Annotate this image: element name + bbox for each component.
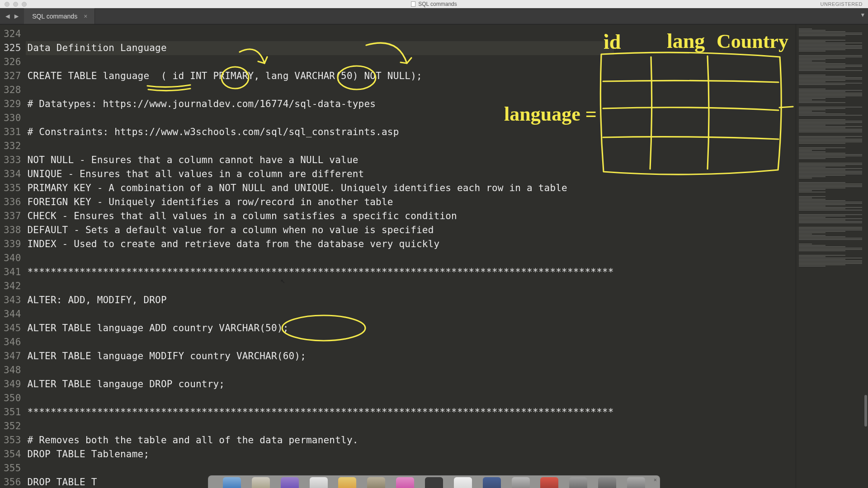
line-number: 339 xyxy=(4,237,21,251)
traffic-lights xyxy=(0,2,27,7)
code-line[interactable]: # Constraints: https://www.w3schools.com… xyxy=(28,125,614,139)
code-line[interactable]: ALTER: ADD, MODIFY, DROP xyxy=(28,293,614,307)
code-line[interactable]: ****************************************… xyxy=(28,405,614,419)
line-number: 345 xyxy=(4,321,21,335)
window-title: SQL commands xyxy=(411,1,457,7)
code-line[interactable] xyxy=(28,279,614,293)
line-number: 349 xyxy=(4,377,21,391)
code-line[interactable] xyxy=(28,55,614,69)
document-icon xyxy=(411,1,415,7)
dock-app-6[interactable] xyxy=(367,477,385,488)
line-number: 350 xyxy=(4,391,21,405)
code-line[interactable]: DEFAULT - Sets a default value for a col… xyxy=(28,223,614,237)
dock-close-icon[interactable]: × xyxy=(654,477,657,483)
nav-forward-icon[interactable]: ▶ xyxy=(13,11,21,21)
line-number: 333 xyxy=(4,153,21,167)
window-titlebar: SQL commands UNREGISTERED xyxy=(0,0,868,8)
code-line[interactable]: INDEX - Used to create and retrieve data… xyxy=(28,237,614,251)
close-tab-icon[interactable]: × xyxy=(84,13,87,20)
line-number: 340 xyxy=(4,251,21,265)
minimap[interactable] xyxy=(796,24,868,488)
dock-app-10[interactable] xyxy=(483,477,501,488)
line-number: 338 xyxy=(4,223,21,237)
code-line[interactable] xyxy=(28,419,614,433)
code-line[interactable]: UNIQUE - Ensures that all values in a co… xyxy=(28,167,614,181)
code-line[interactable] xyxy=(28,461,614,475)
line-number: 325 xyxy=(4,41,21,55)
code-line[interactable]: PRIMARY KEY - A combination of a NOT NUL… xyxy=(28,181,614,195)
code-line[interactable] xyxy=(28,111,614,125)
code-line[interactable] xyxy=(28,139,614,153)
tab-overflow-icon[interactable]: ▼ xyxy=(861,12,864,18)
code-area[interactable]: Data Definition LanguageCREATE TABLE lan… xyxy=(26,24,614,488)
editor: 3243253263273283293303313323333343353363… xyxy=(0,24,868,488)
line-number: 355 xyxy=(4,461,21,475)
code-line[interactable]: # Datatypes: https://www.journaldev.com/… xyxy=(28,97,614,111)
code-line[interactable]: CHECK - Ensures that all values in a col… xyxy=(28,209,614,223)
line-number: 341 xyxy=(4,265,21,279)
line-gutter: 3243253263273283293303313323333343353363… xyxy=(0,24,26,488)
dock-app-1[interactable] xyxy=(223,477,241,488)
line-number: 353 xyxy=(4,433,21,447)
dock[interactable]: × xyxy=(208,475,660,488)
minimize-window-icon[interactable] xyxy=(13,2,18,7)
line-number: 329 xyxy=(4,97,21,111)
dock-app-7[interactable] xyxy=(396,477,414,488)
line-number: 351 xyxy=(4,405,21,419)
code-line[interactable] xyxy=(28,363,614,377)
code-line[interactable] xyxy=(28,307,614,321)
dock-app-4[interactable] xyxy=(310,477,328,488)
dock-app-8[interactable] xyxy=(425,477,443,488)
line-number: 335 xyxy=(4,181,21,195)
dock-app-11[interactable] xyxy=(512,477,530,488)
code-line[interactable]: CREATE TABLE language ( id INT PRIMARY, … xyxy=(28,69,614,83)
code-line[interactable] xyxy=(28,251,614,265)
dock-app-14[interactable] xyxy=(598,477,616,488)
code-line[interactable] xyxy=(28,27,614,41)
dock-app-13[interactable] xyxy=(569,477,587,488)
code-line[interactable]: NOT NULL - Ensures that a column cannot … xyxy=(28,153,614,167)
code-line[interactable]: Data Definition Language xyxy=(26,41,614,55)
code-line[interactable]: DROP TABLE Tablename; xyxy=(28,447,614,461)
line-number: 343 xyxy=(4,293,21,307)
line-number: 336 xyxy=(4,195,21,209)
mouse-cursor-icon: ↖ xyxy=(280,276,285,285)
code-line[interactable]: ALTER TABLE langauge DROP country; xyxy=(28,377,614,391)
line-number: 348 xyxy=(4,363,21,377)
code-line[interactable] xyxy=(28,83,614,97)
dock-app-2[interactable] xyxy=(252,477,270,488)
tab-label: SQL commands xyxy=(32,13,77,20)
close-window-icon[interactable] xyxy=(5,2,9,7)
code-editor[interactable]: 3243253263273283293303313323333343353363… xyxy=(0,24,796,488)
code-line[interactable] xyxy=(28,335,614,349)
line-number: 344 xyxy=(4,307,21,321)
code-line[interactable] xyxy=(28,391,614,405)
code-line[interactable]: FOREIGN KEY - Uniquely identifies a row/… xyxy=(28,195,614,209)
code-line[interactable]: ALTER TABLE language MODIFY country VARC… xyxy=(28,349,614,363)
minimap-scrollbar[interactable] xyxy=(864,24,867,488)
dock-app-15[interactable] xyxy=(627,477,645,488)
tab-sql-commands[interactable]: SQL commands × xyxy=(24,8,95,24)
code-line[interactable]: ALTER TABLE language ADD country VARCHAR… xyxy=(28,321,614,335)
registration-status: UNREGISTERED xyxy=(821,1,863,7)
line-number: 328 xyxy=(4,83,21,97)
line-number: 356 xyxy=(4,475,21,488)
zoom-window-icon[interactable] xyxy=(22,2,27,7)
tab-nav: ◀ ▶ xyxy=(0,8,24,24)
code-line[interactable]: ****************************************… xyxy=(28,265,614,279)
line-number: 346 xyxy=(4,335,21,349)
dock-app-5[interactable] xyxy=(338,477,356,488)
line-number: 331 xyxy=(4,125,21,139)
line-number: 332 xyxy=(4,139,21,153)
line-number: 337 xyxy=(4,209,21,223)
dock-app-12[interactable] xyxy=(540,477,558,488)
line-number: 330 xyxy=(4,111,21,125)
code-line[interactable]: # Removes both the table and all of the … xyxy=(28,433,614,447)
dock-app-3[interactable] xyxy=(281,477,299,488)
nav-back-icon[interactable]: ◀ xyxy=(4,11,12,21)
dock-app-9[interactable] xyxy=(454,477,472,488)
line-number: 352 xyxy=(4,419,21,433)
minimap-scroll-thumb[interactable] xyxy=(864,395,867,427)
line-number: 354 xyxy=(4,447,21,461)
line-number: 326 xyxy=(4,55,21,69)
